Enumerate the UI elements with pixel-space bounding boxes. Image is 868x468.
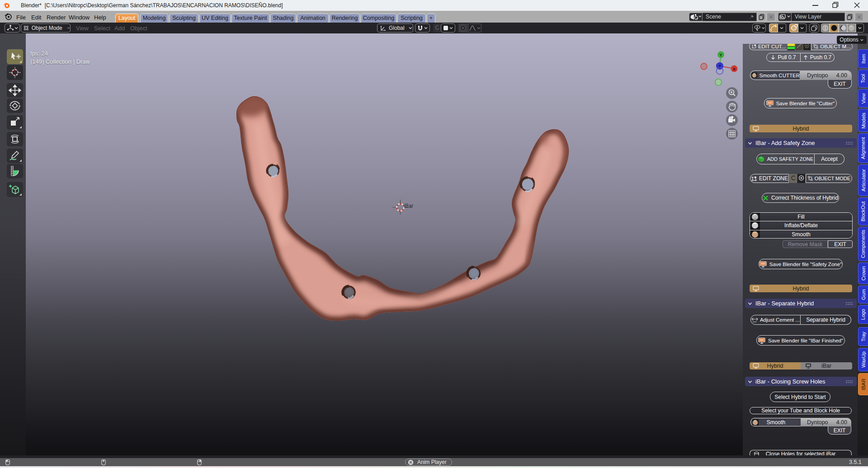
svg-text:X: X (733, 67, 736, 71)
svg-text:Y: Y (719, 53, 722, 57)
